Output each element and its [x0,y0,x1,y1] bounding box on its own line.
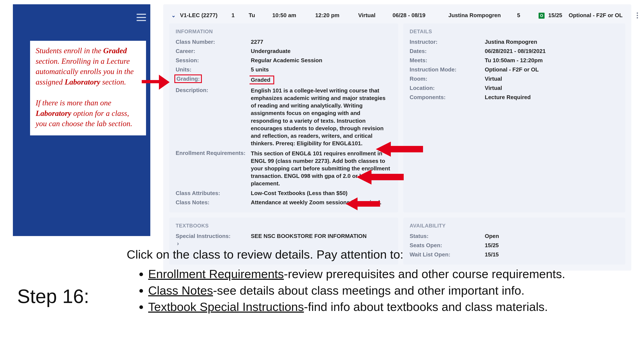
location-value: Virtual [485,84,619,92]
details-heading: DETAILS [410,28,619,34]
description-label: Description: [176,86,249,148]
details-card: DETAILS Instructor: Justina Rompogren Da… [403,23,625,212]
bullet-textbook-instructions: Textbook Special Instructions-find info … [148,299,620,315]
room-label: Room: [410,75,483,83]
class-number-label: Class Number: [176,38,249,46]
section-number: 1 [232,12,249,19]
room-value: Virtual [485,75,619,83]
class-details-panel: ⌄ V1-LEC (2277) 1 Tu 10:50 am 12:20 pm V… [163,4,631,271]
special-instructions-value: SEE NSC BOOKSTORE FOR INFORMATION [251,232,392,240]
instructor-name: Justina Rompogren [448,12,517,19]
status-value: Open [485,232,619,240]
class-summary-row[interactable]: ⌄ V1-LEC (2277) 1 Tu 10:50 am 12:20 pm V… [169,9,625,23]
enroll-req-label: Enrollment Requirements: [176,149,249,188]
dates-label: Dates: [410,47,483,55]
date-range: 06/28 - 08/19 [392,12,448,19]
kebab-menu-icon[interactable] [633,12,642,18]
dates-value: 06/28/2021 - 08/19/2021 [485,47,619,55]
sidebar-panel: Students enroll in the Graded section. E… [13,4,150,236]
notes-value: Attendance at weekly Zoom sessions is re… [251,199,392,206]
open-badge-icon: O [538,13,544,19]
callout-paragraph-2: If there is more than one Laboratory opt… [36,98,140,129]
chevron-right-icon[interactable]: › [176,240,392,247]
instruction-option: Optional - F2F or OL [569,12,633,19]
units-value: 5 units [251,66,392,74]
enroll-req-value: This section of ENGL& 101 requires enrol… [251,149,392,188]
callout-paragraph-1: Students enroll in the Graded section. E… [36,45,140,87]
description-value: English 101 is a college-level writing c… [251,86,392,148]
seats-cell: O 15/25 [538,12,569,19]
bullet-class-notes: Class Notes-see details about class meet… [148,283,620,299]
section-code: V1-LEC (2277) [180,12,232,19]
callout-box: Students enroll in the Graded section. E… [30,41,146,135]
availability-heading: AVAILABILITY [410,223,619,229]
instruction-lead: Click on the class to review details. Pa… [127,247,620,262]
session-label: Session: [176,56,249,64]
imode-value: Optional - F2F or OL [485,66,619,74]
mode: Virtual [358,12,392,19]
instruction-block: Click on the class to review details. Pa… [127,247,620,316]
grading-label: Grading: [176,75,249,85]
meeting-day: Tu [249,12,272,19]
components-label: Components: [410,93,483,101]
session-value: Regular Academic Session [251,56,392,64]
meets-value: Tu 10:50am - 12:20pm [485,56,619,64]
step-label: Step 16: [17,285,89,308]
attributes-value: Low-Cost Textbooks (Less than $50) [251,189,392,197]
components-value: Lecture Required [485,93,619,101]
status-label: Status: [410,232,483,240]
meets-label: Meets: [410,56,483,64]
end-time: 12:20 pm [315,12,358,19]
information-heading: INFORMATION [176,28,392,34]
credits: 5 [517,12,538,19]
notes-label: Class Notes: [176,199,249,206]
career-value: Undergraduate [251,47,392,55]
instructor-label: Instructor: [410,38,483,46]
instructor-value: Justina Rompogren [485,38,619,46]
textbooks-heading: TEXTBOOKS [176,223,392,229]
units-label: Units: [176,66,249,74]
grading-value: Graded [251,75,392,85]
special-instructions-label: Special Instructions: [176,232,249,240]
imode-label: Instruction Mode: [410,66,483,74]
information-card: INFORMATION Class Number: 2277 Career: U… [169,23,398,212]
attributes-label: Class Attributes: [176,189,249,197]
seats-value: 15/25 [548,12,562,18]
start-time: 10:50 am [272,12,315,19]
chevron-down-icon[interactable]: ⌄ [171,12,180,18]
career-label: Career: [176,47,249,55]
location-label: Location: [410,84,483,92]
class-number-value: 2277 [251,38,392,46]
bullet-enrollment-requirements: Enrollment Requirements-review prerequis… [148,266,620,282]
hamburger-icon[interactable] [136,14,146,21]
